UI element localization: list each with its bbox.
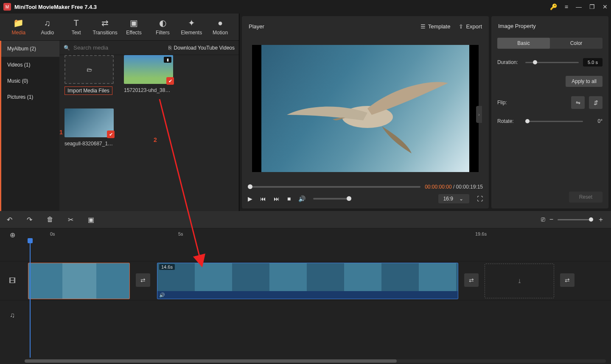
title-bar: M MiniTool MovieMaker Free 7.4.3 🔑 ≡ — ❐… — [0, 0, 611, 14]
library-sidebar: MyAlbum (2) Videos (1) Music (0) Picture… — [0, 41, 59, 211]
media-caption: seagull-8320687_1… — [64, 141, 114, 147]
zoom-in-button[interactable]: ＋ — [597, 215, 604, 224]
tab-elements[interactable]: ✦Elements — [177, 18, 206, 36]
properties-title: Image Property — [497, 16, 603, 38]
duration-slider[interactable] — [525, 62, 579, 63]
template-button[interactable]: ☰Template — [420, 23, 451, 30]
crop-button[interactable]: ▣ — [88, 216, 94, 224]
apply-to-all-button[interactable]: Apply to all — [566, 76, 603, 87]
tab-effects[interactable]: ▣Effects — [120, 18, 149, 36]
top-tabs: 📁Media ♫Audio TText ⇄Transitions ▣Effect… — [0, 14, 239, 41]
redo-button[interactable]: ↷ — [27, 216, 32, 224]
transition-slot-1[interactable]: ⇄ — [136, 273, 150, 287]
tab-media[interactable]: 📁Media — [4, 18, 33, 36]
split-button[interactable]: ✂ — [68, 216, 73, 224]
timeline: ↶ ↷ 🗑 ✂ ▣ ⎚ − ＋ ⊕ 0s 5s 19.6s 🎞 ⇄ 14.6s … — [0, 211, 611, 364]
volume-slider[interactable] — [313, 198, 351, 200]
layers-icon: ☰ — [420, 23, 426, 30]
sidebar-item-music[interactable]: Music (0) — [1, 73, 59, 89]
zoom-out-button[interactable]: − — [549, 216, 553, 223]
timecode: 00:00:00:00 / 00:00:19:15 — [425, 184, 483, 190]
download-youtube-link[interactable]: ⎘Download YouTube Videos — [168, 45, 235, 51]
search-input[interactable] — [73, 44, 137, 51]
expand-properties-handle[interactable]: › — [476, 106, 482, 123]
key-icon[interactable]: 🔑 — [550, 3, 557, 10]
next-frame-button[interactable]: ⏭ — [274, 195, 280, 202]
tab-motion[interactable]: ●Motion — [206, 18, 235, 36]
transition-slot-3[interactable]: ⇄ — [560, 273, 575, 287]
preview-viewport — [252, 45, 479, 172]
import-media-caption: Import Media Files — [64, 86, 112, 95]
sidebar-item-myalbum[interactable]: MyAlbum (2) — [1, 41, 59, 57]
timeline-clip-1[interactable] — [28, 263, 130, 299]
clip-placeholder[interactable]: ⤓ — [485, 264, 554, 298]
auto-fit-icon[interactable]: ⎚ — [541, 216, 545, 223]
flip-vertical-button[interactable]: ⇵ — [589, 96, 603, 109]
text-icon: T — [62, 18, 91, 28]
media-item-video[interactable]: ▮ ✔ 15720123-uhd_384… — [124, 55, 176, 95]
fullscreen-button[interactable]: ⛶ — [477, 195, 483, 202]
undo-button[interactable]: ↶ — [7, 216, 12, 224]
flip-horizontal-button[interactable]: ⇋ — [571, 96, 585, 109]
search-icon: 🔍 — [64, 45, 70, 51]
playhead-handle[interactable] — [28, 238, 33, 243]
rotate-label: Rotate: — [497, 118, 521, 124]
tab-text[interactable]: TText — [62, 18, 91, 36]
folder-open-icon: 🗁 — [87, 67, 92, 73]
player-label: Player — [249, 23, 264, 30]
timeline-scrollbar[interactable] — [25, 359, 606, 363]
properties-tabs: Basic Color — [497, 38, 603, 49]
tab-audio[interactable]: ♫Audio — [33, 18, 62, 36]
export-button[interactable]: ⇪Export — [459, 23, 482, 30]
media-item-image[interactable]: ✔ seagull-8320687_1… — [64, 108, 116, 147]
tab-color[interactable]: Color — [550, 38, 603, 49]
sidebar-item-pictures[interactable]: Pictures (1) — [1, 89, 59, 105]
menu-icon[interactable]: ≡ — [565, 3, 568, 10]
tab-filters[interactable]: ◐Filters — [148, 18, 177, 36]
video-track-icon: 🎞 — [0, 277, 25, 285]
app-logo-icon: M — [3, 3, 11, 11]
sidebar-item-videos[interactable]: Videos (1) — [1, 57, 59, 73]
annotation-2: 2 — [154, 136, 157, 143]
delete-button[interactable]: 🗑 — [47, 216, 53, 223]
seagull-illustration-icon — [261, 45, 469, 172]
progress-thumb[interactable] — [248, 184, 252, 189]
play-button[interactable]: ▶ — [248, 195, 252, 202]
timeline-ruler[interactable]: 0s 5s 19.6s — [49, 230, 611, 240]
audio-track-icon: ♫ — [0, 311, 25, 319]
zoom-slider[interactable] — [558, 219, 593, 220]
effects-icon: ▣ — [120, 18, 149, 28]
close-icon[interactable]: ✕ — [603, 3, 608, 10]
volume-icon[interactable]: 🔊 — [298, 195, 306, 202]
timeline-clip-2[interactable]: 14.6s 🔊 — [157, 263, 458, 299]
check-icon: ✔ — [107, 131, 115, 138]
export-icon: ⇪ — [459, 23, 463, 30]
download-icon: ⎘ — [168, 45, 171, 51]
annotation-1: 1 — [59, 129, 63, 136]
maximize-icon[interactable]: ❐ — [589, 3, 595, 10]
folder-icon: 📁 — [4, 18, 33, 28]
filters-icon: ◐ — [148, 18, 177, 28]
tab-basic[interactable]: Basic — [497, 38, 550, 49]
duration-label: Duration: — [497, 59, 521, 65]
stop-button[interactable]: ■ — [287, 195, 291, 202]
properties-panel: Image Property Basic Color Duration: 5.0… — [491, 16, 608, 208]
prev-frame-button[interactable]: ⏮ — [260, 195, 266, 202]
duration-value[interactable]: 5.0 s — [583, 58, 603, 67]
media-caption: 15720123-uhd_384… — [124, 87, 173, 93]
chevron-down-icon: ⌄ — [459, 196, 463, 202]
transition-slot-2[interactable]: ⇄ — [464, 273, 479, 287]
audio-track-row: ♫ — [0, 300, 611, 330]
rotate-slider[interactable] — [525, 121, 583, 122]
import-media-cell[interactable]: 🗁 Import Media Files — [64, 55, 116, 95]
tab-transitions[interactable]: ⇄Transitions — [91, 18, 120, 36]
progress-track[interactable] — [248, 186, 420, 188]
minimize-icon[interactable]: — — [576, 3, 582, 10]
reset-button[interactable]: Reset — [569, 192, 603, 203]
add-track-button[interactable]: ⊕ — [0, 231, 25, 239]
music-note-icon: ♫ — [33, 18, 62, 28]
check-icon: ✔ — [166, 77, 174, 85]
aspect-ratio-select[interactable]: 16:9⌄ — [438, 194, 469, 203]
motion-icon: ● — [206, 18, 235, 28]
flip-label: Flip: — [497, 100, 521, 106]
